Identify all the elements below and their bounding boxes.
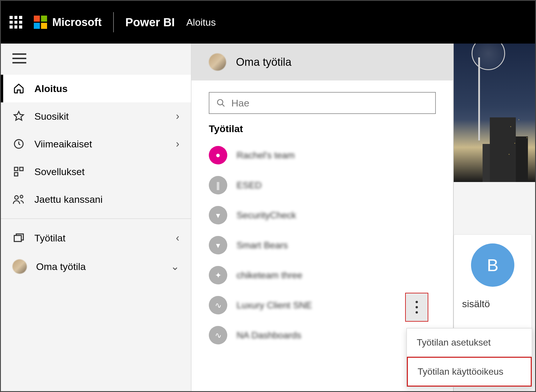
nav-item-recent[interactable]: Viimeaikaiset › bbox=[1, 130, 191, 158]
nav-item-apps[interactable]: Sovellukset bbox=[1, 158, 191, 185]
clock-icon bbox=[12, 138, 25, 150]
nav-label-my-workspace: Oma työtila bbox=[36, 261, 86, 272]
product-label[interactable]: Power BI bbox=[125, 16, 175, 29]
apps-icon bbox=[12, 165, 25, 178]
workspace-item[interactable]: ∿ Luxury Client SNE bbox=[206, 290, 439, 320]
search-container: Hae bbox=[191, 80, 453, 120]
more-vertical-icon bbox=[416, 301, 418, 314]
workspace-icon: ▾ bbox=[209, 236, 227, 254]
svg-rect-6 bbox=[14, 172, 18, 176]
workspace-label: SecurityCheck bbox=[237, 210, 296, 221]
workspace-icon: ∿ bbox=[209, 326, 227, 344]
global-header: Microsoft Power BI Aloitus bbox=[1, 1, 535, 44]
search-input[interactable]: Hae bbox=[209, 92, 436, 114]
microsoft-brand: Microsoft bbox=[34, 16, 102, 29]
nav-label-workspaces: Työtilat bbox=[34, 232, 66, 244]
avatar-icon bbox=[209, 53, 226, 71]
svg-rect-2 bbox=[12, 62, 26, 63]
microsoft-logo-icon bbox=[34, 16, 47, 29]
svg-rect-5 bbox=[20, 167, 23, 171]
nav-item-shared[interactable]: Jaettu kanssani bbox=[1, 185, 191, 213]
svg-point-8 bbox=[20, 195, 23, 198]
workspace-label: Luxury Client SNE bbox=[237, 300, 312, 311]
chevron-right-icon: › bbox=[176, 138, 179, 150]
workspace-icon: ‖ bbox=[209, 176, 227, 194]
nav-item-home[interactable]: Aloitus bbox=[1, 75, 191, 102]
svg-rect-9 bbox=[14, 235, 21, 241]
card-label: sisältö bbox=[460, 298, 490, 310]
svg-rect-4 bbox=[14, 167, 18, 171]
workspace-icon: ✦ bbox=[209, 266, 227, 284]
microsoft-label: Microsoft bbox=[52, 16, 102, 29]
nav-toggle-button[interactable] bbox=[1, 44, 191, 75]
workspace-label: ESED bbox=[237, 180, 262, 191]
menu-item-workspace-settings[interactable]: Työtilan asetukset bbox=[407, 329, 532, 357]
nav-item-favorites[interactable]: Suosikit › bbox=[1, 102, 191, 130]
workspace-more-button[interactable] bbox=[405, 293, 428, 322]
chevron-down-icon: ⌄ bbox=[171, 260, 179, 273]
workspace-context-menu: Työtilan asetukset Työtilan käyttöoikeus bbox=[406, 328, 532, 387]
app-launcher-icon[interactable] bbox=[10, 16, 22, 29]
nav-label-home: Aloitus bbox=[34, 83, 68, 94]
workspace-item[interactable]: ∿ NA Dashboards bbox=[206, 320, 439, 350]
nav-label-favorites: Suosikit bbox=[34, 111, 69, 122]
chevron-right-icon: › bbox=[176, 110, 179, 122]
nav-label-recent: Viimeaikaiset bbox=[34, 138, 92, 150]
flyout-my-workspace-label: Oma työtila bbox=[236, 56, 291, 68]
nav-label-apps: Sovellukset bbox=[34, 166, 85, 177]
workspace-item[interactable]: ▾ Smart Bears bbox=[206, 230, 439, 260]
nav-separator bbox=[1, 218, 191, 219]
header-divider bbox=[113, 12, 114, 32]
svg-point-7 bbox=[15, 196, 18, 199]
card-avatar-initial: B bbox=[471, 243, 514, 287]
workspace-item[interactable]: ✦ chiketeam three bbox=[206, 260, 439, 290]
left-nav: Aloitus Suosikit › Viimeaikaiset › Sovel… bbox=[1, 44, 191, 391]
workspace-item[interactable]: ▾ SecurityCheck bbox=[206, 200, 439, 230]
workspace-label: Rachel's team bbox=[237, 150, 295, 161]
svg-rect-0 bbox=[12, 53, 26, 55]
app-frame: Microsoft Power BI Aloitus Aloitus Suosi… bbox=[0, 0, 536, 392]
workspace-label: chiketeam three bbox=[237, 270, 302, 281]
workspaces-icon bbox=[12, 232, 25, 244]
home-icon bbox=[12, 82, 25, 95]
workspace-label: Smart Bears bbox=[237, 240, 288, 251]
menu-item-workspace-access[interactable]: Työtilan käyttöoikeus bbox=[407, 357, 532, 387]
svg-point-10 bbox=[217, 100, 223, 105]
workspaces-section-label: Työtilat bbox=[191, 120, 453, 140]
people-icon bbox=[12, 193, 25, 206]
search-icon bbox=[216, 98, 226, 108]
star-icon bbox=[12, 110, 25, 123]
search-placeholder: Hae bbox=[231, 97, 249, 109]
flyout-my-workspace-row[interactable]: Oma työtila bbox=[191, 44, 453, 80]
chevron-left-icon: ‹ bbox=[176, 232, 179, 244]
workspace-icon: ∿ bbox=[209, 296, 227, 314]
workspace-item[interactable]: ● Rachel's team bbox=[206, 140, 439, 170]
hamburger-icon bbox=[12, 53, 26, 64]
workspace-label: NA Dashboards bbox=[237, 330, 301, 341]
svg-rect-1 bbox=[12, 58, 26, 59]
nav-item-my-workspace[interactable]: Oma työtila ⌄ bbox=[1, 252, 191, 281]
hero-image bbox=[454, 44, 535, 182]
avatar-icon bbox=[12, 259, 27, 274]
content-card[interactable]: B sisältö bbox=[454, 235, 532, 330]
workspace-icon: ● bbox=[209, 146, 227, 164]
nav-item-workspaces[interactable]: Työtilat ‹ bbox=[1, 224, 191, 252]
breadcrumb-current: Aloitus bbox=[186, 17, 216, 28]
workspace-icon: ▾ bbox=[209, 206, 227, 224]
workspace-item[interactable]: ‖ ESED bbox=[206, 170, 439, 200]
hero-lights bbox=[454, 44, 535, 182]
nav-label-shared: Jaettu kanssani bbox=[34, 194, 103, 205]
